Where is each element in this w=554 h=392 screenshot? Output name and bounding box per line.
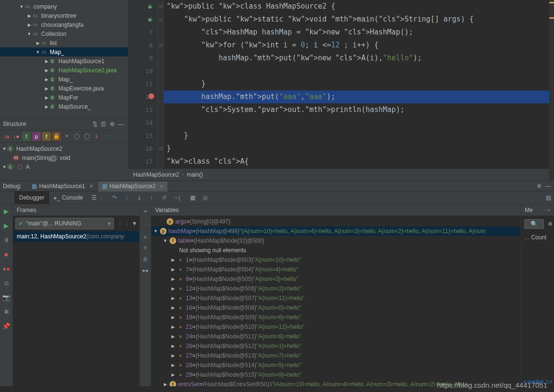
tree-item[interactable]: ▶▭chouxiangfangfa — [0, 20, 128, 29]
crumb[interactable]: main() — [187, 171, 203, 178]
var-node[interactable]: ▶≡19 = {HashMap$Node@509} "A{num=6}=hell… — [151, 313, 520, 322]
struct-class[interactable]: ▼ c HashMapSource2 — [0, 144, 128, 153]
rerun-icon[interactable]: ▶ — [2, 207, 10, 215]
trace-icon[interactable]: ▦ — [201, 194, 210, 201]
var-node[interactable]: ▶≡1 = {HashMap$Node@503} "A{num=10}=hell… — [151, 255, 520, 265]
threads-icon[interactable]: ☰ — [91, 194, 97, 201]
tree-item[interactable]: ▶cMap_ — [0, 75, 128, 84]
gear-icon[interactable]: ✲ — [548, 221, 553, 227]
var-node[interactable]: ▶≡24 = {HashMap$Node@511} "A{num=8}=hell… — [151, 332, 520, 341]
var-node[interactable]: ▼phashMap = {HashMap@498} "{A{num=10}=he… — [151, 226, 520, 236]
frame-row[interactable]: main:12, HashMapSource2 (com.company. — [13, 231, 139, 242]
sort-vis-icon[interactable]: ↓● — [12, 132, 21, 141]
show-props-icon[interactable]: p — [32, 132, 41, 141]
pause-icon[interactable]: ⏸ — [2, 236, 10, 244]
evaluate-icon[interactable]: ▦ — [189, 194, 197, 201]
code[interactable]: "kw">public "kw">class HashMapSource2 { … — [164, 0, 554, 168]
show-fields-icon[interactable]: f — [22, 132, 31, 141]
tool-icon-2[interactable]: ◯ — [72, 132, 81, 141]
close-icon[interactable]: ✕ — [89, 183, 93, 190]
error-stripe[interactable] — [549, 0, 554, 168]
tree-item[interactable]: ▶cHashMapSource2.java — [0, 66, 128, 75]
breadcrumb[interactable]: HashMapSource2 › main() — [128, 168, 554, 180]
step-into-icon[interactable]: ↓ — [123, 194, 131, 201]
show-inherited-icon[interactable]: 🔒 — [52, 132, 61, 141]
crumb[interactable]: HashMapSource2 — [133, 171, 179, 178]
chevron-down-icon: ▾ — [108, 220, 111, 227]
console-tab[interactable]: ▸_ Console — [49, 191, 88, 204]
var-node[interactable]: ▶≡13 = {HashMap$Node@507} "A{num=11}=hel… — [151, 293, 520, 303]
settings-icon[interactable]: ✲ — [108, 121, 116, 128]
var-node[interactable]: ▶≡12 = {HashMap$Node@506} "A{num=2}=hell… — [151, 284, 520, 293]
variables-tree[interactable]: pargs = {String[0]@497}▼phashMap = {Hash… — [151, 216, 520, 386]
layout-icon[interactable]: ▤ — [546, 194, 551, 201]
tree-item[interactable]: ▶cMapSource_ — [0, 102, 128, 111]
sort-alpha-icon[interactable]: ↓a — [2, 132, 11, 141]
memory-search[interactable]: 🔍 — [524, 219, 544, 229]
debug-tab-1[interactable]: ▦ HashMapSource1 ✕ — [27, 181, 98, 191]
tree-item[interactable]: ▶cMapExercise.java — [0, 84, 128, 93]
close-icon[interactable]: ✕ — [159, 183, 164, 190]
var-node[interactable]: ▶≡29 = {HashMap$Node@515} "A{num=9}=hell… — [151, 370, 520, 380]
tool-icon-1[interactable]: ✶ — [62, 132, 71, 141]
fold-gutter[interactable]: ⊟⊟⊟⊟ — [158, 0, 164, 168]
gear-icon[interactable]: ✲ — [537, 183, 542, 190]
lambda-icon[interactable]: λ — [92, 132, 101, 141]
show-nonpub-icon[interactable]: f — [42, 132, 51, 141]
run-to-cursor-icon[interactable]: →| — [172, 194, 181, 201]
tool-icon-3[interactable]: ◯ — [82, 132, 91, 141]
sort-icon[interactable]: ⇅ — [90, 121, 99, 128]
var-node[interactable]: ▶≡8 = {HashMap$Node@505} "A{num=3}=hello… — [151, 274, 520, 284]
resume-icon[interactable]: ▶ — [2, 222, 10, 229]
glasses-icon[interactable]: 👓 — [142, 268, 149, 274]
debugger-tab[interactable]: Debugger — [14, 191, 49, 204]
var-node[interactable]: pargs = {String[0]@497} — [151, 217, 520, 226]
tree-company[interactable]: ▼ ▭ company — [0, 2, 128, 11]
struct-main[interactable]: m main(String[]): void — [0, 153, 128, 162]
var-node[interactable]: ▶≡27 = {HashMap$Node@513} "A{num=7}=hell… — [151, 351, 520, 360]
drop-frame-icon[interactable]: ↺ — [160, 194, 169, 201]
more-icon[interactable]: ⋯≡ — [543, 208, 550, 213]
funnel-icon[interactable]: ▼ — [130, 220, 139, 227]
project-tree[interactable]: ▼ ▭ company ▶▭binarysorttree▶▭chouxiangf… — [0, 0, 128, 118]
step-out-icon[interactable]: ↑ — [147, 194, 156, 201]
folder-icon: ▭ — [40, 40, 47, 46]
remove-watch-icon[interactable]: － — [143, 220, 148, 228]
var-node[interactable]: ▶≡28 = {HashMap$Node@514} "A{num=5}=hell… — [151, 360, 520, 370]
pin-icon[interactable]: 📌 — [2, 322, 10, 330]
var-node[interactable]: ▶≡26 = {HashMap$Node@512} "A{num=1}=hell… — [151, 341, 520, 351]
tree-item[interactable]: ▶▭binarysorttree — [0, 11, 128, 20]
structure-body[interactable]: ▼ c HashMapSource2 m main(String[]): voi… — [0, 143, 128, 180]
copy-icon[interactable]: ⎘ — [144, 256, 147, 263]
more-icon[interactable]: ⋯ — [102, 132, 111, 141]
tree-item[interactable]: ▶cMapFor — [0, 93, 128, 102]
settings-icon[interactable]: ✲ — [2, 308, 10, 315]
mute-bp-icon[interactable]: ⊘ — [2, 279, 10, 287]
filter-icon[interactable]: ☰ — [99, 121, 108, 128]
var-node[interactable]: ▶≡16 = {HashMap$Node@508} "A{num=0}=hell… — [151, 303, 520, 313]
var-node[interactable]: ▶≡21 = {HashMap$Node@510} "A{num=12}=hel… — [151, 322, 520, 332]
prev-frame-icon[interactable]: ↑ — [116, 220, 123, 227]
tree-item[interactable]: ▶▭list — [0, 38, 128, 47]
up-icon[interactable]: ▲ — [143, 233, 148, 240]
stop-icon[interactable]: ■ — [2, 250, 10, 258]
down-icon[interactable]: ▼ — [143, 245, 148, 251]
thread-selector[interactable]: ✔ "main"@... RUNNING ▾ — [15, 218, 114, 229]
var-node[interactable]: ▼ftable = {HashMap$Node[32]@500} — [151, 236, 520, 246]
minimize-icon[interactable]: — — [116, 121, 125, 128]
tree-item[interactable]: ▶cHashMapSource1 — [0, 56, 128, 66]
tree-item[interactable]: ▼▭Map_ — [0, 47, 128, 56]
next-frame-icon[interactable]: ↓ — [123, 220, 130, 227]
breakpoints-icon[interactable]: ●● — [2, 265, 10, 272]
tree-item[interactable]: ▼▭Collection — [0, 29, 128, 38]
add-watch-icon[interactable]: ＋ — [143, 207, 148, 215]
struct-A[interactable]: ▼ c ◯ A — [0, 162, 128, 171]
debug-tab-2[interactable]: ▦ HashMapSource2 ✕ — [98, 181, 168, 191]
var-node[interactable]: ▶≡7 = {HashMap$Node@504} "A{num=4}=hello… — [151, 265, 520, 274]
force-step-into-icon[interactable]: ⤓ — [135, 194, 144, 201]
camera-icon[interactable]: 📷 — [2, 293, 10, 301]
step-over-icon[interactable]: ↷ — [110, 194, 119, 201]
gutter[interactable]: 5▶6▶789101112✔1314151617 — [128, 0, 158, 168]
folder-icon: ▭ — [40, 49, 47, 55]
minimize-icon[interactable]: — — [545, 183, 551, 190]
